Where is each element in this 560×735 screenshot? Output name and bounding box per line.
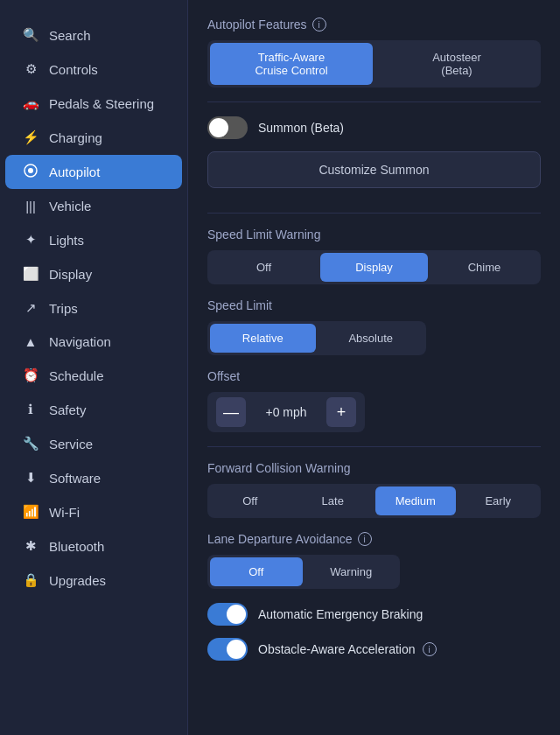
upgrades-icon: 🔒 [21, 572, 40, 588]
divider-3 [207, 446, 541, 447]
speed-warning-display-button[interactable]: Display [320, 253, 428, 282]
sidebar-item-search[interactable]: 🔍 Search [5, 18, 182, 52]
sidebar-item-navigation[interactable]: ▲ Navigation [5, 326, 182, 358]
search-icon: 🔍 [21, 27, 40, 43]
summon-toggle-knob [209, 118, 228, 137]
divider-2 [207, 213, 541, 214]
speed-limit-warning-title: Speed Limit Warning [207, 228, 541, 242]
sidebar-item-software[interactable]: ⬇ Software [5, 461, 182, 494]
obstacle-row: Obstacle-Aware Acceleration i [207, 638, 541, 661]
autopilot-icon [21, 164, 40, 180]
sidebar-item-trips[interactable]: ↗ Trips [5, 291, 182, 325]
summon-toggle[interactable] [207, 116, 248, 139]
auto-emergency-label: Automatic Emergency Braking [258, 607, 423, 621]
sidebar-item-controls[interactable]: ⚙ Controls [5, 52, 182, 86]
auto-emergency-knob [227, 605, 246, 624]
lane-departure-label: Lane Departure Avoidance [207, 532, 353, 546]
collision-off-button[interactable]: Off [210, 486, 290, 515]
autosteer-button[interactable]: Autosteer (Beta) [375, 43, 538, 85]
speed-warning-off-button[interactable]: Off [210, 253, 318, 282]
sidebar-label-display: Display [49, 267, 92, 282]
sidebar-item-lights[interactable]: ✦ Lights [5, 223, 182, 256]
trips-icon: ↗ [21, 300, 40, 316]
auto-emergency-toggle[interactable] [207, 603, 248, 626]
relative-button[interactable]: Relative [210, 324, 316, 353]
vehicle-icon: ||| [21, 199, 40, 214]
sidebar-label-autopilot: Autopilot [49, 164, 100, 179]
sidebar-item-charging[interactable]: ⚡ Charging [5, 121, 182, 154]
speed-limit-selector: Relative Absolute [207, 321, 426, 355]
lights-icon: ✦ [21, 232, 40, 248]
speed-limit-title: Speed Limit [207, 298, 541, 312]
sidebar-label-lights: Lights [49, 233, 84, 248]
sidebar-label-software: Software [49, 471, 101, 486]
sidebar-item-service[interactable]: 🔧 Service [5, 427, 182, 460]
sidebar-label-safety: Safety [49, 402, 87, 417]
sidebar-label-wifi: Wi-Fi [49, 505, 80, 520]
collision-medium-button[interactable]: Medium [375, 486, 456, 515]
sidebar-label-search: Search [49, 28, 91, 43]
collision-early-button[interactable]: Early [458, 486, 539, 515]
sidebar-label-schedule: Schedule [49, 368, 104, 383]
sidebar-item-vehicle[interactable]: ||| Vehicle [5, 190, 182, 222]
sidebar-item-bluetooth[interactable]: ✱ Bluetooth [5, 529, 182, 563]
charging-icon: ⚡ [21, 130, 40, 145]
main-content: Autopilot Features i Traffic-Aware Cruis… [188, 0, 560, 735]
offset-minus-button[interactable]: — [216, 397, 246, 427]
schedule-icon: ⏰ [21, 368, 40, 383]
offset-control: — +0 mph + [207, 392, 365, 432]
sidebar-item-safety[interactable]: ℹ Safety [5, 393, 182, 426]
autopilot-features-label: Autopilot Features [207, 18, 307, 32]
controls-icon: ⚙ [21, 61, 40, 77]
lane-departure-header: Lane Departure Avoidance i [207, 532, 541, 546]
sidebar-item-autopilot[interactable]: Autopilot [5, 155, 182, 189]
obstacle-info-icon[interactable]: i [423, 642, 437, 656]
customize-summon-button[interactable]: Customize Summon [207, 151, 541, 188]
sidebar-label-controls: Controls [49, 62, 98, 77]
absolute-button[interactable]: Absolute [318, 324, 424, 353]
traffic-cruise-button[interactable]: Traffic-Aware Cruise Control [210, 43, 373, 85]
svg-point-1 [28, 168, 33, 173]
sidebar-item-pedals[interactable]: 🚗 Pedals & Steering [5, 87, 182, 120]
offset-title: Offset [207, 369, 541, 383]
pedals-icon: 🚗 [21, 95, 40, 111]
summon-label: Summon (Beta) [258, 121, 344, 135]
obstacle-label: Obstacle-Aware Acceleration [258, 642, 416, 656]
lane-off-button[interactable]: Off [210, 557, 303, 586]
sidebar-label-trips: Trips [49, 301, 78, 316]
offset-value: +0 mph [246, 405, 326, 419]
safety-icon: ℹ [21, 402, 40, 417]
sidebar-item-wifi[interactable]: 📶 Wi-Fi [5, 495, 182, 528]
speed-warning-chime-button[interactable]: Chime [430, 253, 538, 282]
autopilot-features-header: Autopilot Features i [207, 18, 541, 32]
lane-warning-button[interactable]: Warning [305, 557, 398, 586]
service-icon: 🔧 [21, 436, 40, 452]
obstacle-knob [227, 640, 246, 659]
autopilot-feature-selector: Traffic-Aware Cruise Control Autosteer (… [207, 40, 541, 88]
offset-plus-button[interactable]: + [326, 397, 356, 427]
divider-1 [207, 102, 541, 102]
sidebar-label-vehicle: Vehicle [49, 199, 91, 214]
sidebar-item-upgrades[interactable]: 🔒 Upgrades [5, 564, 182, 597]
sidebar-item-display[interactable]: ⬜ Display [5, 257, 182, 290]
obstacle-toggle[interactable] [207, 638, 248, 661]
lane-departure-info-icon[interactable]: i [358, 532, 372, 546]
sidebar: 🔍 Search ⚙ Controls 🚗 Pedals & Steering … [0, 0, 188, 735]
sidebar-item-schedule[interactable]: ⏰ Schedule [5, 359, 182, 392]
collision-late-button[interactable]: Late [293, 486, 374, 515]
display-icon: ⬜ [21, 266, 40, 282]
sidebar-label-charging: Charging [49, 130, 102, 145]
wifi-icon: 📶 [21, 504, 40, 520]
sidebar-label-upgrades: Upgrades [49, 573, 106, 588]
speed-limit-warning-selector: Off Display Chime [207, 250, 541, 284]
software-icon: ⬇ [21, 470, 40, 486]
forward-collision-selector: Off Late Medium Early [207, 484, 541, 518]
navigation-icon: ▲ [21, 334, 40, 349]
bluetooth-icon: ✱ [21, 538, 40, 554]
autopilot-features-info-icon[interactable]: i [312, 18, 326, 32]
lane-departure-selector: Off Warning [207, 555, 400, 589]
sidebar-label-pedals: Pedals & Steering [49, 96, 154, 111]
summon-toggle-row: Summon (Beta) [207, 116, 541, 139]
auto-emergency-row: Automatic Emergency Braking [207, 603, 541, 626]
sidebar-label-navigation: Navigation [49, 334, 111, 349]
